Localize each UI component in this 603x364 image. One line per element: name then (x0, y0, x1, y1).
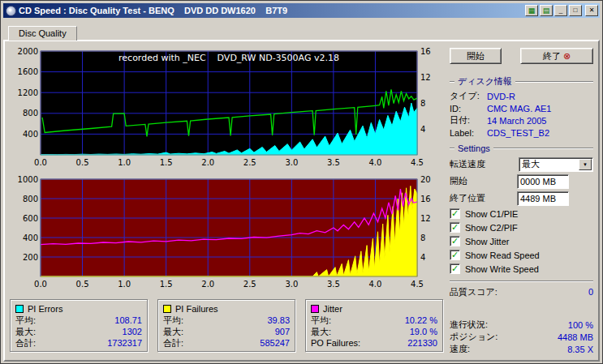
svg-text:0.5: 0.5 (76, 280, 89, 289)
svg-text:4.0: 4.0 (368, 280, 381, 289)
tab-strip: Disc Quality (8, 25, 600, 40)
status-block: 進行状況:100 % ポジション:4488 MB 速度:8.35 X (450, 319, 593, 355)
svg-text:400: 400 (23, 130, 38, 139)
svg-text:400: 400 (23, 233, 38, 242)
svg-text:16: 16 (420, 47, 431, 56)
disc-id-row: ID:CMC MAG. AE1 (450, 102, 593, 114)
legend-title-text: Jitter (323, 304, 342, 314)
close-button[interactable]: ✕ (585, 5, 598, 16)
quality-score-row: 品質スコア:0 (450, 285, 593, 298)
svg-text:2.5: 2.5 (243, 158, 256, 167)
titlebar-extra-icon-2[interactable]: ▤ (540, 5, 553, 16)
speed-value-row: 速度:8.35 X (450, 343, 593, 355)
checkbox-show-c1-pie[interactable]: ✓Show C1/PIE (450, 208, 593, 220)
svg-text:4: 4 (420, 125, 425, 134)
svg-text:12: 12 (420, 73, 431, 82)
svg-text:800: 800 (23, 109, 38, 118)
app-window: CD Speed : Disc Quality Test - BENQ DVD … (0, 0, 603, 364)
disc-type-row: タイプ:DVD-R (450, 90, 593, 102)
disc-date-row: 日付:14 March 2005 (450, 114, 593, 126)
checkbox-show-jitter[interactable]: ✓Show Jitter (450, 235, 593, 247)
svg-text:600: 600 (23, 214, 38, 223)
title-bar[interactable]: CD Speed : Disc Quality Test - BENQ DVD … (3, 3, 600, 18)
legend-title-text: PI Errors (28, 304, 62, 314)
speed-row: 転送速度 最大 ▼ (450, 156, 593, 173)
separator (450, 280, 593, 282)
tab-disc-quality[interactable]: Disc Quality (8, 26, 77, 41)
progress-row: 進行状況:100 % (450, 319, 593, 331)
jitter-swatch (311, 305, 319, 313)
svg-text:1600: 1600 (18, 67, 38, 76)
position-row: ポジション:4488 MB (450, 331, 593, 343)
checkbox-icon[interactable]: ✓ (450, 208, 460, 219)
svg-text:recorded with _NEC DVD_RW N: recorded with _NEC DVD_RW ND-3500AG v2.1… (118, 53, 339, 63)
svg-text:1.0: 1.0 (118, 280, 131, 289)
svg-text:2.5: 2.5 (243, 280, 256, 289)
svg-text:1.5: 1.5 (160, 158, 173, 167)
svg-text:800: 800 (23, 195, 38, 203)
legend-pi-failures: PI Failures 平均:39.83 最大:907 合計:585247 (157, 299, 295, 352)
pi-errors-swatch (15, 305, 24, 313)
svg-text:1.5: 1.5 (160, 280, 173, 289)
settings-header: Settings (450, 143, 593, 153)
disc-info-header: ディスク情報 (450, 75, 593, 88)
window-title: CD Speed : Disc Quality Test - BENQ DVD … (19, 6, 523, 15)
checkbox-show-c2-pif[interactable]: ✓Show C2/PIF (450, 221, 593, 233)
svg-text:2.0: 2.0 (201, 158, 214, 167)
checkbox-show-read-speed[interactable]: ✓Show Read Speed (450, 249, 593, 261)
svg-text:8: 8 (420, 99, 425, 108)
svg-text:0.0: 0.0 (34, 158, 47, 167)
svg-text:3.0: 3.0 (285, 158, 298, 167)
disc-label-row: Label:CDS_TEST_B2 (450, 126, 593, 139)
pi-failures-swatch (163, 305, 171, 313)
svg-text:1200: 1200 (18, 88, 38, 97)
svg-text:4.5: 4.5 (411, 158, 424, 167)
disc-quality-page: 4008001200160020004812160.00.51.01.52.02… (3, 40, 600, 362)
end-position-row: 終了位置 4489 MB (450, 190, 593, 207)
app-icon (6, 6, 16, 16)
svg-text:4: 4 (420, 253, 425, 262)
checkbox-icon[interactable]: ✓ (450, 263, 460, 274)
svg-text:12: 12 (420, 214, 431, 223)
svg-text:3.5: 3.5 (327, 280, 340, 289)
charts-column: 4008001200160020004812160.00.51.01.52.02… (10, 46, 443, 355)
legend: PI Errors 平均:108.71 最大:1302 合計:1732317 P… (10, 299, 443, 352)
exit-button[interactable]: 終了⊗ (520, 48, 593, 64)
svg-text:1000: 1000 (18, 176, 38, 184)
start-position-row: 開始 0000 MB (450, 173, 593, 190)
svg-text:16: 16 (420, 195, 431, 203)
svg-text:1.0: 1.0 (118, 158, 131, 167)
legend-title-text: PI Failures (175, 304, 218, 314)
svg-text:0.0: 0.0 (34, 280, 47, 289)
speed-select[interactable]: 最大 ▼ (519, 157, 593, 172)
right-panel: 開始 終了⊗ ディスク情報 タイプ:DVD-R ID:CMC MAG. AE1 … (450, 46, 593, 355)
legend-pi-errors: PI Errors 平均:108.71 最大:1302 合計:1732317 (10, 299, 148, 352)
chevron-down-icon[interactable]: ▼ (579, 159, 592, 170)
maximize-button[interactable]: □ (569, 5, 582, 16)
svg-text:2000: 2000 (18, 47, 38, 56)
minimize-button[interactable]: _ (554, 5, 567, 16)
svg-text:3.0: 3.0 (285, 280, 298, 289)
svg-text:200: 200 (23, 253, 38, 262)
svg-text:8: 8 (420, 233, 425, 242)
svg-text:4.5: 4.5 (411, 280, 424, 289)
legend-jitter: Jitter 平均:10.22 % 最大:19.0 % PO Failures:… (305, 299, 443, 352)
svg-text:20: 20 (420, 176, 431, 184)
exit-icon: ⊗ (563, 52, 571, 61)
svg-text:2.0: 2.0 (201, 280, 214, 289)
checkbox-show-write-speed[interactable]: ✓Show Write Speed (450, 263, 593, 275)
svg-text:4.0: 4.0 (368, 158, 381, 167)
titlebar-extra-icon-1[interactable]: ▦ (525, 5, 538, 16)
svg-text:0.5: 0.5 (76, 158, 89, 167)
start-button[interactable]: 開始 (450, 48, 502, 64)
svg-text:3.5: 3.5 (327, 158, 340, 167)
checkbox-icon[interactable]: ✓ (450, 236, 460, 246)
pif-jitter-chart: 2004006008001000481216200.00.51.01.52.02… (10, 176, 443, 296)
end-position-input[interactable]: 4489 MB (517, 191, 569, 206)
start-position-input[interactable]: 0000 MB (517, 174, 569, 189)
checkbox-icon[interactable]: ✓ (450, 250, 460, 260)
pie-read-speed-chart: 4008001200160020004812160.00.51.01.52.02… (10, 46, 443, 174)
checkbox-icon[interactable]: ✓ (450, 222, 460, 233)
